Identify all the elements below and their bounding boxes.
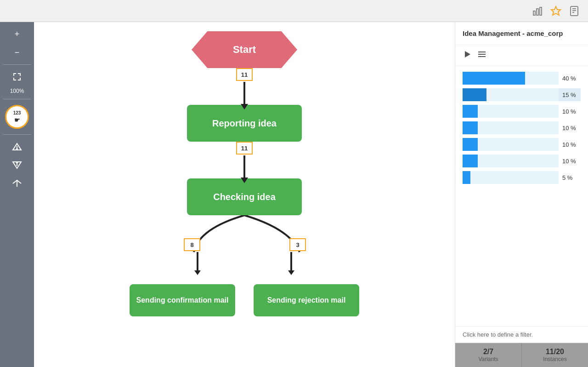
svg-rect-2: [540, 7, 542, 15]
zoom-level: 100%: [10, 88, 24, 94]
svg-marker-3: [551, 6, 560, 15]
badge-3-container: 8: [184, 238, 200, 252]
bar-container-7: [463, 171, 559, 184]
left-toolbar: + − 100% 123 ☛: [0, 22, 34, 367]
arrow-line-2: [243, 155, 245, 178]
token-animation-button[interactable]: 123 ☛: [5, 105, 29, 129]
arrow-line-1: [243, 82, 245, 105]
bar-row-4[interactable]: 10 %: [463, 121, 581, 134]
bar-label-3: 10 %: [562, 108, 581, 115]
document-icon[interactable]: [568, 5, 581, 17]
flow-badge-1: 11: [236, 68, 253, 105]
rejection-mail-node[interactable]: Sending rejection mail: [254, 284, 359, 316]
hand-icon: ☛: [14, 116, 20, 124]
bar-row-2[interactable]: 15 %: [463, 88, 581, 101]
play-button[interactable]: [463, 50, 472, 61]
fork-section: 8 3: [107, 215, 382, 316]
right-panel: Idea Management - acme_corp: [455, 22, 588, 367]
right-panel-title: Idea Management - acme_corp: [455, 22, 588, 45]
bar-row-7[interactable]: 5 %: [463, 171, 581, 184]
bar-label-2: 15 %: [562, 92, 581, 98]
toolbar-btn-2[interactable]: [7, 157, 27, 173]
bar-fill-2: [463, 88, 486, 101]
rejection-mail-label: Sending rejection mail: [267, 296, 346, 304]
instances-stat[interactable]: 11/20 Instances: [522, 343, 588, 367]
bar-label-7: 5 %: [562, 174, 581, 181]
bar-chart-icon[interactable]: [531, 5, 544, 17]
svg-rect-0: [533, 11, 535, 15]
badge-4: 3: [289, 238, 306, 251]
right-panel-controls: [455, 45, 588, 66]
badge-1: 11: [236, 68, 253, 81]
bar-row-1[interactable]: 40 %: [463, 72, 581, 85]
svg-point-9: [17, 149, 17, 149]
bar-row-6[interactable]: 10 %: [463, 155, 581, 167]
bars-chart: 40 % 15 % 10 % 10 %: [455, 66, 588, 326]
toolbar-btn-1[interactable]: [7, 138, 27, 155]
toolbar-divider-1: [3, 64, 31, 65]
bar-fill-3: [463, 105, 478, 118]
bar-label-4: 10 %: [562, 125, 581, 132]
checking-idea-node[interactable]: Checking idea: [187, 178, 302, 215]
bar-label-5: 10 %: [562, 141, 581, 148]
confirmation-mail-label: Sending confirmation mail: [136, 296, 229, 304]
process-diagram: Start 11 Reporting idea 11: [107, 31, 382, 358]
start-node[interactable]: Start: [192, 31, 297, 68]
filter-text[interactable]: Click here to define a filter.: [455, 326, 588, 343]
bar-fill-6: [463, 155, 478, 167]
zoom-out-button[interactable]: −: [7, 44, 27, 61]
bar-row-5[interactable]: 10 %: [463, 138, 581, 151]
bar-fill-7: [463, 171, 470, 184]
diagram-scroll[interactable]: Start 11 Reporting idea 11: [34, 22, 455, 367]
variants-stat[interactable]: 2/7 Variants: [455, 343, 522, 367]
bar-fill-4: [463, 121, 478, 134]
svg-rect-1: [537, 9, 538, 15]
token-label: 123: [13, 110, 21, 115]
toolbar-divider-3: [3, 134, 31, 135]
confirmation-mail-node[interactable]: Sending confirmation mail: [130, 284, 235, 316]
expand-button[interactable]: [7, 69, 27, 85]
start-label: Start: [233, 44, 256, 56]
fork-svg: [130, 215, 359, 257]
reporting-idea-node[interactable]: Reporting idea: [187, 105, 302, 142]
instances-value: 11/20: [546, 348, 564, 356]
bar-container-1: [463, 72, 559, 85]
main-area: + − 100% 123 ☛: [0, 22, 588, 367]
bar-fill-1: [463, 72, 525, 85]
checking-idea-label: Checking idea: [213, 192, 276, 202]
badge-3: 8: [184, 238, 200, 251]
badge-4-container: 3: [289, 238, 306, 252]
bar-container-5: [463, 138, 559, 151]
svg-marker-13: [465, 51, 470, 57]
list-button[interactable]: [477, 50, 486, 61]
canvas-area: Start 11 Reporting idea 11: [34, 22, 455, 367]
dashboard-icon[interactable]: [549, 5, 562, 17]
top-bar: [0, 0, 588, 22]
bottom-nodes: Sending confirmation mail Sending reject…: [116, 284, 373, 316]
reporting-idea-label: Reporting idea: [212, 118, 277, 129]
bar-container-2: [463, 88, 559, 101]
variants-value: 2/7: [483, 348, 493, 356]
bar-fill-5: [463, 138, 478, 151]
variants-label: Variants: [478, 356, 498, 362]
bar-label-1: 40 %: [562, 75, 581, 82]
bar-container-3: [463, 105, 559, 118]
svg-point-11: [17, 162, 17, 163]
bottom-stats: 2/7 Variants 11/20 Instances: [455, 343, 588, 367]
flow-badge-2: 11: [236, 142, 253, 178]
toolbar-divider-2: [3, 99, 31, 99]
badge-2: 11: [236, 142, 253, 155]
bar-container-6: [463, 155, 559, 167]
bar-label-6: 10 %: [562, 158, 581, 165]
zoom-in-button[interactable]: +: [7, 26, 27, 42]
instances-label: Instances: [543, 356, 566, 362]
bar-row-3[interactable]: 10 %: [463, 105, 581, 118]
toolbar-btn-3[interactable]: [7, 175, 27, 192]
bar-container-4: [463, 121, 559, 134]
